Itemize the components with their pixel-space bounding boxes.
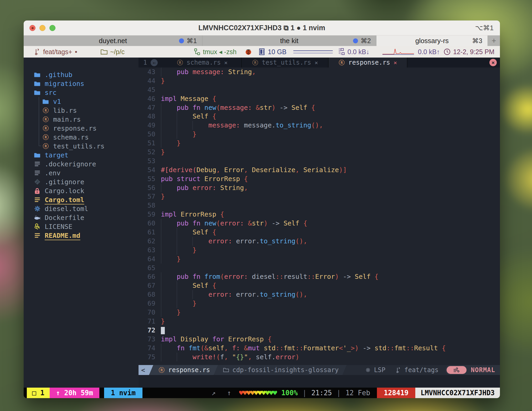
code-line-59: 59impl ErrorResp {	[139, 210, 500, 219]
tmux-window-index[interactable]: □ 1	[27, 388, 50, 398]
network-up-label: 0.0 kB↑	[418, 48, 440, 56]
line-number: 58	[139, 201, 155, 210]
line-number: 44	[139, 76, 155, 85]
tree-item-lib-rs[interactable]: Rlib.rs	[24, 106, 139, 115]
tab-the-kit[interactable]: the kit ⌘2	[202, 35, 376, 46]
folder-icon	[34, 80, 41, 87]
line-number: 70	[139, 308, 155, 317]
code-line-69: 69 }	[139, 299, 500, 308]
network-up-group[interactable]: 0.0 kB↑	[418, 46, 440, 58]
tree-item-label: diesel.toml	[45, 205, 88, 213]
tmux-status-bar: □ 1 ↑ 20h 59m 1 nvim ↗ ↑ ♥♥♥♥♥♥♥♥♥♥ 100%…	[24, 388, 500, 398]
tree-item-migrations[interactable]: migrations	[24, 79, 139, 88]
tmux-session[interactable]: 1 nvim	[104, 388, 142, 398]
tree-item--env[interactable]: .env	[24, 168, 139, 177]
heart-icon: ♥	[265, 389, 269, 397]
tmux-hostname: LMVNHCC02X71XFJHD3	[415, 388, 500, 398]
tree-indent-guide	[39, 133, 39, 142]
command-line[interactable]	[139, 375, 500, 388]
line-number: 43	[139, 68, 155, 76]
code-line-67: 67 Self {	[139, 281, 500, 290]
back-circle-icon[interactable]: ←	[151, 59, 158, 66]
tab-duyet-net[interactable]: duyet.net ⌘1	[24, 35, 202, 46]
close-buffer-icon[interactable]: ×	[224, 59, 228, 66]
buffer-count: 1	[143, 59, 147, 66]
tree-item-label: src	[45, 89, 57, 96]
tree-item--dockerignore[interactable]: .dockerignore	[24, 160, 139, 168]
cwd-group[interactable]: ~/p/c	[101, 46, 125, 58]
tab-glossary-rs[interactable]: glossary-rs ⌘3	[376, 35, 488, 46]
memory-group[interactable]: 10 GB	[259, 46, 287, 58]
network-down-label: 0.0 kB↓	[347, 48, 369, 56]
tmux-separator: |	[303, 388, 307, 398]
key-icon	[34, 223, 41, 230]
line-number: 55	[139, 174, 155, 183]
file-tree: .githubmigrationssrcv1Rlib.rsRmain.rsRre…	[24, 58, 139, 388]
tree-item-main-rs[interactable]: Rmain.rs	[24, 115, 139, 124]
tree-item-label: response.rs	[53, 125, 97, 132]
git-status-group[interactable]: feat/tags+ ●	[34, 46, 77, 58]
battery-hearts: ♥♥♥♥♥♥♥♥♥♥	[239, 388, 277, 398]
new-tab-button[interactable]: +	[488, 35, 500, 46]
tree-item-license[interactable]: LICENSE	[24, 222, 139, 231]
code-line-44: 44}	[139, 76, 500, 85]
process-label: tmux ◂ -zsh	[203, 48, 237, 56]
code-line-72: 72	[139, 326, 500, 335]
buffer-tab-schema[interactable]: R schema.rs ×	[163, 58, 242, 68]
tree-item-label: schema.rs	[53, 133, 89, 141]
memory-label: 10 GB	[268, 48, 287, 56]
heart-icon: ♥	[254, 389, 258, 397]
statusline-project: cdp-fossil-insights-glossary	[214, 365, 347, 375]
memory-sparkline	[293, 46, 333, 58]
tab-label: the kit	[280, 37, 298, 45]
tree-item-label: migrations	[45, 80, 84, 88]
close-buffer-icon[interactable]: ×	[393, 59, 397, 66]
title-bar: LMVNHCC02X71XFJHD3 ⧉ 1 ● 1 nvim ⌥⌘1	[24, 20, 500, 35]
bug-group[interactable]	[244, 46, 252, 58]
line-number: 65	[139, 264, 155, 273]
tree-item-cargo-toml[interactable]: Cargo.toml	[24, 195, 139, 204]
code-line-52: 52}	[139, 148, 500, 157]
statusline-file: R response.rs	[150, 365, 218, 375]
svg-text:R: R	[254, 60, 257, 65]
process-group[interactable]: tmux ◂ -zsh	[194, 46, 237, 58]
tab-label: duyet.net	[99, 37, 127, 45]
tree-item-schema-rs[interactable]: Rschema.rs	[24, 133, 139, 142]
tree-item-readme-md[interactable]: README.md	[24, 231, 139, 240]
lock-icon	[34, 187, 41, 194]
wind-icon	[453, 367, 460, 373]
clock-group[interactable]: 12-2, 9:25 PM	[444, 46, 494, 58]
text-lines-yellow-icon	[34, 232, 41, 239]
svg-text:R: R	[179, 60, 181, 65]
tree-item-test-utils-rs[interactable]: Rtest_utils.rs	[24, 142, 139, 151]
tab-label: glossary-rs	[415, 37, 449, 45]
code-line-43: 43 pub message: String,	[139, 68, 500, 76]
gear-icon	[365, 367, 371, 373]
tmux-kube-segment: 128419	[377, 388, 415, 398]
tree-item-cargo-lock[interactable]: Cargo.lock	[24, 186, 139, 195]
tree-item-label: .env	[45, 169, 60, 177]
tree-item-diesel-toml[interactable]: diesel.toml	[24, 204, 139, 213]
tree-item-target[interactable]: target	[24, 151, 139, 160]
tree-item-dockerfile[interactable]: Dockerfile	[24, 213, 139, 222]
network-down-group[interactable]: 0.0 kB↓	[338, 46, 369, 58]
tree-item-v1[interactable]: v1	[24, 97, 139, 106]
buffer-tab-test-utils[interactable]: R test_utils.rs ×	[242, 58, 329, 68]
line-number: 46	[139, 94, 155, 103]
heart-icon: ♥	[250, 389, 254, 397]
line-number: 72	[139, 326, 155, 335]
terminal-window: LMVNHCC02X71XFJHD3 ⧉ 1 ● 1 nvim ⌥⌘1 duye…	[24, 20, 500, 398]
line-number: 74	[139, 344, 155, 353]
buffer-tab-response[interactable]: R response.rs ×	[329, 58, 407, 68]
line-number: 73	[139, 335, 155, 344]
close-buffer-icon[interactable]: ×	[315, 59, 318, 66]
tree-item--github[interactable]: .github	[24, 70, 139, 79]
heart-icon: ♥	[273, 389, 277, 397]
close-all-icon[interactable]: ×	[489, 59, 497, 66]
tree-item-response-rs[interactable]: Rresponse.rs	[24, 124, 139, 133]
gear-icon	[34, 205, 41, 212]
tree-item--gitignore[interactable]: .gitignore	[24, 177, 139, 186]
code-area[interactable]: 43 pub message: String,44}4546impl Messa…	[139, 68, 500, 365]
activity-dot-icon	[179, 38, 184, 43]
tree-item-src[interactable]: src	[24, 88, 139, 97]
